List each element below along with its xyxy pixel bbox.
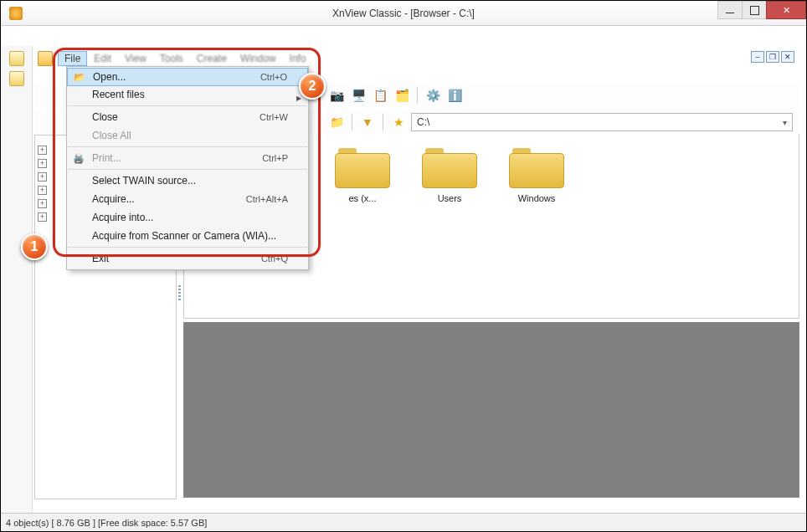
menu-item-label: Close	[92, 111, 118, 123]
shortcut-label: Ctrl+O	[260, 72, 287, 82]
folder-item[interactable]: Windows	[501, 145, 573, 203]
menu-item-label: Acquire...	[92, 193, 135, 205]
tree-expand-icon[interactable]: +	[38, 172, 47, 182]
menu-item-label: Print...	[92, 152, 121, 164]
badge-number: 2	[309, 79, 316, 94]
menu-item-label: Recent files	[92, 89, 145, 100]
folder-label: Windows	[501, 193, 573, 203]
menu-create[interactable]: Create	[190, 51, 234, 66]
menu-item-label: Close All	[92, 130, 131, 141]
menu-separator	[68, 105, 307, 106]
folder-item[interactable]: Users	[414, 145, 486, 203]
maximize-button[interactable]	[742, 1, 767, 19]
filter-icon[interactable]: ▼	[358, 113, 377, 131]
badge-number: 1	[31, 239, 39, 254]
vtool-icon[interactable]	[9, 71, 24, 86]
shortcut-label: Ctrl+Q	[261, 253, 288, 263]
new-icon[interactable]	[38, 51, 53, 66]
toolbar-separator	[417, 87, 418, 104]
address-input[interactable]: C:\	[411, 113, 793, 131]
mdi-close-button[interactable]: ✕	[781, 51, 794, 63]
close-button[interactable]	[766, 1, 806, 19]
shortcut-label: Ctrl+W	[260, 112, 288, 122]
toolbar-separator	[352, 114, 352, 130]
folder-label: Users	[414, 193, 486, 203]
menu-edit[interactable]: Edit	[87, 51, 118, 66]
menu-tools[interactable]: Tools	[153, 51, 190, 66]
toolbar-separator	[383, 114, 383, 130]
folder-label: es (x...	[326, 193, 398, 203]
mdi-controls: – ❐ ✕	[751, 51, 794, 63]
menu-item-exit[interactable]: Exit Ctrl+Q	[67, 249, 308, 268]
camera-icon[interactable]: 📷	[327, 86, 346, 105]
menu-item-close[interactable]: Close Ctrl+W	[67, 108, 308, 126]
menu-item-label: Exit	[92, 253, 109, 264]
left-vertical-toolbar	[1, 46, 33, 513]
menu-item-label: Acquire from Scanner or Camera (WIA)...	[92, 230, 276, 242]
mdi-restore-button[interactable]: ❐	[766, 51, 779, 63]
slideshow-icon[interactable]: 🗂️	[393, 86, 411, 105]
mdi-minimize-button[interactable]: –	[751, 51, 764, 63]
menu-bar: File Edit View Tools Create Window Info …	[33, 49, 801, 68]
vtool-icon[interactable]	[9, 51, 24, 66]
window-title: XnView Classic - [Browser - C:\]	[332, 8, 475, 19]
copy-icon[interactable]: 📋	[371, 86, 389, 105]
annotation-badge-1: 1	[21, 233, 48, 260]
menu-item-acquire-wia[interactable]: Acquire from Scanner or Camera (WIA)...	[67, 227, 308, 245]
file-menu-dropdown: 📂 Open... Ctrl+O Recent files Close Ctrl…	[66, 66, 309, 270]
menu-file[interactable]: File	[58, 51, 87, 66]
annotation-badge-2: 2	[299, 73, 326, 100]
info-icon[interactable]: ℹ️	[445, 86, 464, 105]
shortcut-label: Ctrl+P	[262, 153, 288, 163]
window-controls	[718, 1, 806, 19]
status-bar: 4 object(s) [ 8.76 GB ] [Free disk space…	[1, 513, 806, 531]
folder-icon	[507, 145, 566, 188]
menu-item-recent[interactable]: Recent files	[67, 85, 308, 104]
menu-item-label: Open...	[93, 71, 126, 83]
folder-item[interactable]: es (x...	[326, 145, 398, 203]
open-folder-icon: 📂	[73, 70, 86, 84]
tree-expand-icon[interactable]: +	[38, 159, 47, 168]
monitor-icon[interactable]: 🖥️	[349, 86, 368, 105]
shortcut-label: Ctrl+Alt+A	[246, 194, 288, 204]
tree-expand-icon[interactable]: +	[38, 146, 47, 155]
address-value: C:\	[417, 116, 429, 128]
menu-item-close-all[interactable]: Close All	[67, 126, 308, 145]
minimize-button[interactable]	[717, 1, 743, 19]
menu-separator	[68, 169, 307, 170]
menu-window[interactable]: Window	[234, 51, 283, 66]
menu-item-label: Acquire into...	[92, 212, 153, 223]
folder-icon	[333, 145, 392, 188]
menu-item-acquire[interactable]: Acquire... Ctrl+Alt+A	[67, 190, 308, 208]
menu-item-twain[interactable]: Select TWAIN source...	[67, 171, 308, 190]
menu-item-print[interactable]: 🖨️ Print... Ctrl+P	[67, 149, 308, 167]
window-titlebar: XnView Classic - [Browser - C:\]	[1, 1, 806, 26]
tree-expand-icon[interactable]: +	[38, 199, 47, 208]
menu-separator	[68, 247, 307, 248]
gear-icon[interactable]: ⚙️	[424, 86, 442, 105]
tree-expand-icon[interactable]: +	[38, 212, 47, 222]
menu-item-label: Select TWAIN source...	[92, 175, 196, 187]
app-icon	[9, 7, 23, 20]
folder-up-icon[interactable]: 📁	[327, 113, 346, 131]
printer-icon: 🖨️	[72, 151, 85, 165]
favorite-icon[interactable]: ★	[389, 113, 408, 131]
folder-icon	[420, 145, 479, 188]
menu-item-acquire-into[interactable]: Acquire into...	[67, 208, 308, 227]
preview-pane	[183, 322, 799, 498]
tree-expand-icon[interactable]: +	[38, 186, 47, 195]
status-text: 4 object(s) [ 8.76 GB ] [Free disk space…	[6, 518, 207, 528]
menu-item-open[interactable]: 📂 Open... Ctrl+O	[67, 68, 308, 86]
menu-view[interactable]: View	[118, 51, 153, 66]
menu-separator	[68, 146, 307, 147]
menu-info[interactable]: Info	[283, 51, 313, 66]
